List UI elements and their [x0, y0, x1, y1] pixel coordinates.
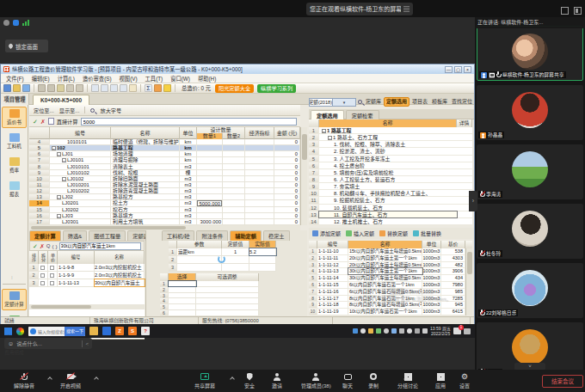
- row-number[interactable]: 14: [309, 218, 319, 224]
- app-blue-icon[interactable]: [102, 327, 111, 335]
- name-cell[interactable]: 8t以内自卸汽车运石每增运0.5km(平: [348, 302, 422, 308]
- column-header[interactable]: 编号: [50, 127, 111, 139]
- tree-name-cell[interactable]: 2. 挖淤泥、渣土、流砂: [319, 148, 457, 154]
- table-row[interactable]: 11-1-11-1015t以内自卸汽车运土每增运0.5km(平1000m3538: [309, 248, 472, 255]
- table-row[interactable]: 11-1-9-82.0m3以内挖掘机挖土: [29, 264, 145, 272]
- app-titlebar[interactable]: 纵横公路工程造价管理软件学习版 - [预算项目 - 内蒙古呼和浩特市某一级公路 …: [1, 64, 474, 74]
- price-cell[interactable]: 482: [441, 262, 465, 268]
- tab-图纸工程量[interactable]: 图纸工程量: [89, 230, 126, 241]
- locate-button[interactable]: 定位至...: [34, 107, 54, 114]
- tree-row[interactable]: 97. 夯实填土: [309, 183, 472, 190]
- eco-cell[interactable]: [245, 182, 274, 187]
- table-row[interactable]: 8LJ010101清除表土m30: [29, 164, 300, 170]
- qty2-cell[interactable]: [223, 139, 245, 144]
- unit-cell[interactable]: 棵: [180, 170, 197, 175]
- minimize-icon[interactable]: —: [445, 66, 453, 73]
- folder-icon[interactable]: [89, 327, 98, 335]
- adjust-cell[interactable]: [196, 310, 259, 315]
- eco-cell[interactable]: [245, 170, 274, 175]
- actual-value-cell[interactable]: 5.2: [249, 248, 276, 255]
- amount-cell[interactable]: 0: [274, 151, 300, 156]
- nav-item-4[interactable]: 报表: [2, 179, 27, 200]
- table-row[interactable]: 6−LJ01场地清理km0: [29, 151, 300, 157]
- button-项目表[interactable]: 项目表: [410, 97, 429, 107]
- qty2-cell[interactable]: [223, 188, 245, 193]
- info-cell[interactable]: [457, 127, 472, 133]
- name-cell[interactable]: 6t以内自卸汽车运石第一个1km: [348, 282, 422, 288]
- row-number[interactable]: 1: [309, 248, 317, 254]
- column-header[interactable]: 拆分: [39, 251, 48, 264]
- qty1-cell[interactable]: [197, 194, 223, 199]
- name-cell[interactable]: 挖石方: [111, 207, 180, 212]
- table-row[interactable]: 101-1-11-1910t以内自卸汽车运石第一个1km1000m36415: [309, 309, 472, 315]
- tree-row[interactable]: 75. 填前夯(压)实及填前挖松: [309, 169, 472, 176]
- info-cell[interactable]: [457, 134, 472, 140]
- formula-input[interactable]: [81, 118, 298, 126]
- amount-cell[interactable]: 0: [274, 182, 300, 187]
- column-header[interactable]: 经济指标: [245, 127, 274, 139]
- action-替换定额[interactable]: 替换定额: [379, 230, 408, 237]
- participant-tile[interactable]: 李海涛: [477, 144, 583, 199]
- table-row[interactable]: 3: [169, 264, 276, 272]
- menu-item[interactable]: 帮助(H): [198, 75, 216, 83]
- adjust-cell[interactable]: [196, 293, 259, 298]
- tree-name-cell[interactable]: 3. 人工挖及开挖多年冻土: [319, 156, 457, 162]
- name-cell[interactable]: 8t以内自卸汽车运石第一个1km: [348, 296, 422, 302]
- table-row[interactable]: 51-1-11-1430t以内自卸汽车运土每增运0.5km1000m3434: [309, 275, 472, 282]
- lock-screen-button[interactable]: 锁定画面: [5, 40, 48, 52]
- info-cell[interactable]: [457, 176, 472, 182]
- zoom-font-button[interactable]: 放大字号: [100, 107, 121, 114]
- price-cell[interactable]: 538: [441, 248, 465, 254]
- unit-cell[interactable]: km: [180, 139, 197, 144]
- sort-icon[interactable]: [129, 84, 137, 92]
- eco-cell[interactable]: [245, 145, 274, 150]
- qty1-cell[interactable]: [197, 182, 223, 187]
- tree-row[interactable]: 64. 挖土质台阶: [309, 162, 472, 169]
- amount-cell[interactable]: 0: [274, 176, 300, 181]
- tray-clock-icon[interactable]: [384, 328, 389, 334]
- unit-cell[interactable]: m3: [180, 182, 197, 187]
- chart-icon[interactable]: [154, 84, 162, 92]
- column-header[interactable]: 排序: [29, 251, 39, 264]
- price-cell[interactable]: 945: [441, 302, 465, 308]
- info-cell[interactable]: [457, 162, 472, 168]
- code-cell[interactable]: 1-1-11-14: [317, 275, 348, 281]
- qty2-cell[interactable]: [223, 164, 245, 169]
- amount-cell[interactable]: 0: [274, 139, 300, 144]
- table-row[interactable]: 41010101临时便道（修建、拆除与维护）km0: [29, 139, 300, 145]
- table-row[interactable]: 5: [160, 304, 259, 310]
- collapse-chat-icon[interactable]: <: [85, 340, 89, 346]
- qty1-cell[interactable]: [197, 170, 223, 175]
- code-cell[interactable]: 1-1-11-13: [317, 268, 348, 274]
- copy-icon[interactable]: [47, 84, 55, 92]
- tree-row[interactable]: 1412. 推土机推土、石方: [309, 218, 472, 225]
- column-header[interactable]: 数量2: [223, 133, 245, 139]
- show-button[interactable]: 显示至...: [59, 107, 80, 114]
- name-cell[interactable]: 30t以内自卸汽车运土第一个1km: [348, 268, 422, 274]
- button-查找定位[interactable]: 查找定位: [450, 97, 474, 107]
- row-number[interactable]: 5: [309, 275, 317, 281]
- column-header[interactable]: 基价: [441, 241, 465, 248]
- close-icon[interactable]: ×: [464, 66, 471, 73]
- tree-row[interactable]: 108. 机动翻斗车、手扶拖拉机配合人工运土、: [309, 190, 472, 197]
- confirm-icon[interactable]: ✓: [33, 119, 38, 125]
- tab-定额计算[interactable]: 定额计算: [29, 230, 61, 241]
- column-header[interactable]: 数量1: [197, 133, 223, 139]
- code-cell[interactable]: LJ0201: [50, 200, 111, 205]
- param-cell[interactable]: [177, 264, 222, 271]
- toolbar-members[interactable]: 管理成员(38): [301, 372, 331, 389]
- row-number[interactable]: 16: [29, 213, 50, 218]
- layout-toggle-icon[interactable]: [574, 7, 582, 15]
- row-number[interactable]: 3: [309, 141, 319, 147]
- unit-cell[interactable]: m3: [180, 176, 197, 181]
- undo-icon[interactable]: [66, 84, 74, 92]
- row-number[interactable]: 3: [169, 264, 177, 271]
- calc-mode-label[interactable]: 直接计算: [57, 118, 78, 126]
- save-icon[interactable]: [3, 84, 11, 92]
- amount-cell[interactable]: 0: [274, 164, 300, 169]
- name-cell[interactable]: 拆除水泥混凝土路面: [111, 182, 180, 187]
- row-number[interactable]: 9: [309, 183, 319, 189]
- name-cell[interactable]: 30t以内自卸汽车运土: [95, 279, 145, 286]
- table-row[interactable]: 2: [160, 287, 259, 293]
- info-cell[interactable]: [457, 183, 472, 189]
